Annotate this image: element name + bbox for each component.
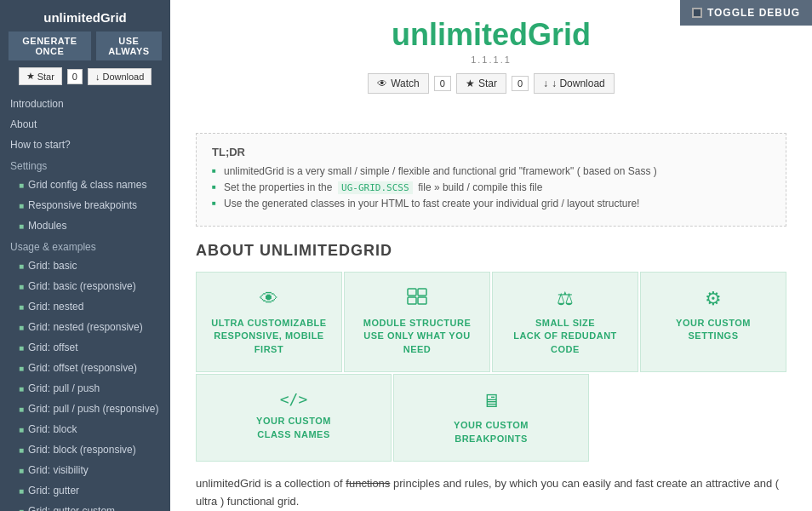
feature-card-module-structure: MODULE STRUCTUREUSE ONLY WHAT YOU NEED <box>344 272 490 372</box>
sidebar-title: unlimitedGrid <box>0 0 170 32</box>
logo-main: unlimited <box>392 17 528 52</box>
sidebar-item-grid-gutter[interactable]: ■Grid: gutter <box>0 480 170 501</box>
generate-once-button[interactable]: GENERATE ONCE <box>9 32 91 60</box>
body-text: unlimitedGrid is a collection of functio… <box>196 475 786 511</box>
logo-accent: Grid <box>528 17 591 52</box>
scale-card-icon: ⚖ <box>557 288 574 310</box>
sidebar-item-grid-gutter-custom[interactable]: ■Grid: gutter custom <box>0 501 170 511</box>
sidebar-item-grid-pull-push-responsive[interactable]: ■Grid: pull / push (responsive) <box>0 399 170 419</box>
sidebar-item-grid-block[interactable]: ■Grid: block <box>0 419 170 439</box>
sidebar-item-grid-basic-responsive[interactable]: ■Grid: basic (responsive) <box>0 276 170 296</box>
toggle-debug-button[interactable]: TOGGLE DEBUG <box>680 0 812 26</box>
sidebar-section-usage: Usage & examples <box>0 236 170 256</box>
sidebar-download-label: Download <box>102 72 144 82</box>
sidebar-star-label: Star <box>37 72 54 82</box>
body-para1: unlimitedGrid is a collection of functio… <box>196 475 786 511</box>
sidebar-item-grid-nested[interactable]: ■Grid: nested <box>0 296 170 317</box>
small-size-label: SMALL SIZELACK OF REDUDANT CODE <box>501 317 629 356</box>
sidebar-item-introduction[interactable]: Introduction <box>0 94 170 114</box>
feature-cards-row1: 👁 ULTRA CUSTOMIZABLERESPONSIVE, MOBILE F… <box>196 272 786 372</box>
sidebar-item-how-to-start[interactable]: How to start? <box>0 135 170 155</box>
eye-card-icon: 👁 <box>260 288 278 310</box>
ultra-customizable-label: ULTRA CUSTOMIZABLERESPONSIVE, MOBILE FIR… <box>205 317 333 356</box>
tldr-item-0: unlimitedGrid is a very small / simple /… <box>212 165 770 177</box>
svg-rect-0 <box>408 289 416 296</box>
debug-checkbox-icon <box>692 8 702 18</box>
sidebar-nav: Introduction About How to start? Setting… <box>0 94 170 511</box>
sidebar-item-grid-visibility[interactable]: ■Grid: visibility <box>0 460 170 480</box>
download-icon: ↓ <box>95 72 100 82</box>
monitor-card-icon: 🖥 <box>482 390 500 412</box>
header-download-button[interactable]: ↓ ↓ Download <box>534 73 615 94</box>
use-always-button[interactable]: USE ALWAYS <box>96 32 162 60</box>
your-custom-settings-label: YOUR CUSTOMSETTINGS <box>676 317 751 343</box>
tldr-item-1: Set the properties in the UG-GRID.SCSS f… <box>212 181 770 193</box>
sidebar-item-about[interactable]: About <box>0 114 170 135</box>
header-download-icon: ↓ <box>543 78 548 89</box>
sidebar-item-grid-nested-responsive[interactable]: ■Grid: nested (responsive) <box>0 317 170 337</box>
sidebar-item-grid-pull-push[interactable]: ■Grid: pull / push <box>0 378 170 399</box>
header-star-count: 0 <box>512 76 529 91</box>
watch-button[interactable]: 👁 Watch <box>368 73 429 94</box>
svg-rect-3 <box>418 297 426 304</box>
sidebar: unlimitedGrid GENERATE ONCE USE ALWAYS ★… <box>0 0 170 511</box>
svg-rect-1 <box>418 289 426 296</box>
feature-card-small-size: ⚖ SMALL SIZELACK OF REDUDANT CODE <box>492 272 638 372</box>
sidebar-item-grid-config[interactable]: ■Grid config & class names <box>0 175 170 195</box>
custom-class-names-label: YOUR CUSTOMCLASS NAMES <box>256 415 331 441</box>
sidebar-item-grid-offset-responsive[interactable]: ■Grid: offset (responsive) <box>0 358 170 378</box>
module-structure-label: MODULE STRUCTUREUSE ONLY WHAT YOU NEED <box>353 317 481 356</box>
sidebar-item-grid-basic[interactable]: ■Grid: basic <box>0 256 170 276</box>
tldr-title: TL;DR <box>212 146 770 158</box>
sidebar-item-grid-offset[interactable]: ■Grid: offset <box>0 337 170 358</box>
tldr-box: TL;DR unlimitedGrid is a very small / si… <box>196 133 786 227</box>
main-content: unlimitedGrid 1.1.1.1 👁 Watch 0 ★ Star 0… <box>170 0 812 511</box>
strikethrough-functions: functions <box>346 477 390 490</box>
about-heading: ABOUT UNLIMITEDGRID <box>196 242 786 260</box>
sidebar-item-modules[interactable]: ■Modules <box>0 215 170 236</box>
star-icon-header: ★ <box>466 78 475 89</box>
sidebar-item-grid-block-responsive[interactable]: ■Grid: block (responsive) <box>0 439 170 460</box>
feature-card-custom-class-names: </> YOUR CUSTOMCLASS NAMES <box>196 374 392 462</box>
tldr-list: unlimitedGrid is a very small / simple /… <box>212 165 770 210</box>
feature-card-placeholder <box>591 374 786 462</box>
sidebar-section-settings: Settings <box>0 155 170 175</box>
feature-cards-row2: </> YOUR CUSTOMCLASS NAMES 🖥 YOUR CUSTOM… <box>196 374 786 462</box>
sidebar-item-responsive-breakpoints[interactable]: ■Responsive breakpoints <box>0 195 170 215</box>
feature-card-custom-breakpoints: 🖥 YOUR CUSTOMBREAKPOINTS <box>393 374 589 462</box>
header-star-button[interactable]: ★ Star <box>456 73 506 94</box>
sidebar-buttons: GENERATE ONCE USE ALWAYS <box>0 32 170 67</box>
logo-version: 1.1.1.1 <box>170 55 812 65</box>
feature-card-your-custom-settings: ⚙ YOUR CUSTOMSETTINGS <box>640 272 786 372</box>
star-icon: ★ <box>26 71 35 82</box>
tldr-item-2: Use the generated classes in your HTML t… <box>212 198 770 210</box>
sidebar-star-row: ★ Star 0 ↓ Download <box>0 67 170 94</box>
header-star-label: Star <box>478 78 497 89</box>
code-card-icon: </> <box>280 390 308 408</box>
watch-label: Watch <box>391 78 420 89</box>
sidebar-download-button[interactable]: ↓ Download <box>88 68 152 85</box>
eye-icon: 👁 <box>377 78 387 89</box>
header-download-label: ↓ Download <box>552 78 605 89</box>
toggle-debug-label: TOGGLE DEBUG <box>707 7 800 19</box>
custom-breakpoints-label: YOUR CUSTOMBREAKPOINTS <box>454 419 529 445</box>
gear-card-icon: ⚙ <box>705 288 722 310</box>
logo-action-row: 👁 Watch 0 ★ Star 0 ↓ ↓ Download <box>170 73 812 94</box>
feature-card-ultra-customizable: 👁 ULTRA CUSTOMIZABLERESPONSIVE, MOBILE F… <box>196 272 342 372</box>
sidebar-star-button[interactable]: ★ Star <box>19 67 62 85</box>
module-card-icon <box>407 288 427 310</box>
svg-rect-2 <box>408 297 416 304</box>
watch-count: 0 <box>434 76 451 91</box>
sidebar-star-count: 0 <box>67 69 83 84</box>
